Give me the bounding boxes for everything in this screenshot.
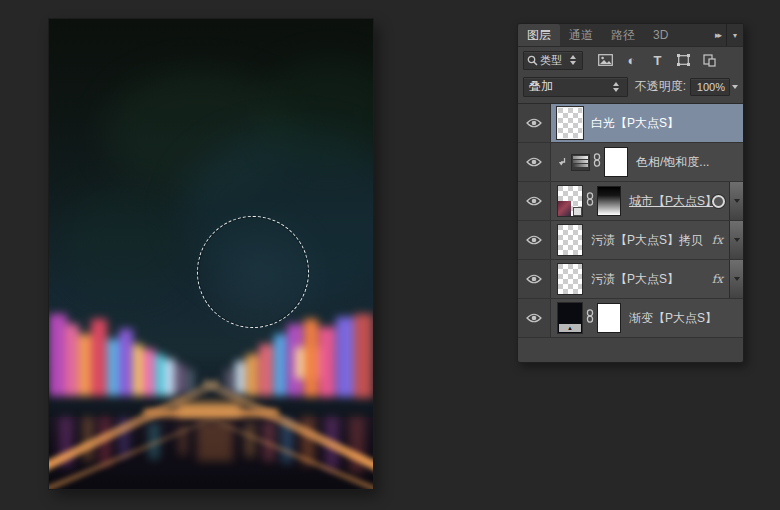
panel-tab-bar: 图层 通道 路径 3D ▸▸ ▾ [518,24,743,47]
opacity-dropdown-icon[interactable] [732,85,738,89]
blend-mode-spinner-icon [613,82,619,92]
shape-layer-filter-icon[interactable] [675,53,692,68]
collapse-panels-icon[interactable]: ▸▸ [709,24,726,46]
mask-link-icon[interactable] [586,309,594,327]
smart-filter-icon[interactable] [712,195,725,208]
layers-list: 白光【P大点S】 [518,103,743,362]
canal-water-art [49,417,373,489]
filter-kind-label: 类型 [540,53,562,68]
layer-filter-select[interactable]: 类型 [523,51,583,70]
layer-name[interactable]: 渐变【P大点S】 [629,310,717,327]
layer-thumbnail[interactable] [557,263,583,295]
eye-icon [526,118,542,128]
visibility-cell[interactable] [518,104,551,142]
mask-link-icon[interactable] [593,153,601,171]
tab-layers[interactable]: 图层 [518,24,560,46]
document-canvas[interactable] [49,19,373,489]
filter-type-icons: ◐ T [597,53,718,68]
layer-thumbnail[interactable] [557,107,583,139]
visibility-cell[interactable] [518,299,551,337]
opacity-label: 不透明度: [635,78,686,95]
layer-row-jianbian[interactable]: ▲ 渐变【P大点S】 [518,299,743,338]
layer-name[interactable]: 白光【P大点S】 [591,115,679,132]
type-layer-filter-icon[interactable]: T [649,53,666,68]
smart-object-badge-icon [573,207,582,216]
thumbnail-image [558,201,571,216]
eye-icon [526,274,542,284]
photoshop-window: 图层 通道 路径 3D ▸▸ ▾ 类型 ◐ T [0,0,780,510]
layer-effects-badge[interactable]: fx [712,272,723,286]
clipping-mask-icon [557,157,567,168]
layer-row-chengshi[interactable]: 城市【P大点S】 [518,182,743,221]
expand-effects-button[interactable] [729,182,743,220]
eye-icon [526,235,542,245]
layer-thumbnail[interactable] [557,224,583,256]
gradient-bar-icon: ▲ [559,324,581,332]
visibility-cell[interactable] [518,182,551,220]
visibility-cell[interactable] [518,260,551,298]
expand-effects-button[interactable] [729,221,743,259]
eye-icon [526,196,542,206]
visibility-cell[interactable] [518,143,551,181]
smart-object-filter-icon[interactable] [701,53,718,68]
blend-mode-select[interactable]: 叠加 [523,77,628,97]
layer-mask-thumbnail[interactable] [604,147,628,177]
blend-mode-value: 叠加 [529,78,553,95]
expand-effects-button[interactable] [729,260,743,298]
tab-channels[interactable]: 通道 [560,24,602,46]
search-icon [527,55,538,66]
smart-object-thumbnail[interactable] [557,185,583,217]
tab-3d[interactable]: 3D [644,24,677,46]
tab-paths[interactable]: 路径 [602,24,644,46]
opacity-input[interactable]: 100% [690,78,730,96]
layer-name[interactable]: 城市【P大点S】 [629,193,717,210]
layer-name[interactable]: 污渍【P大点S】拷贝 [591,232,703,249]
layer-name[interactable]: 色相/饱和度... [636,154,709,171]
hue-saturation-adjustment-icon[interactable] [571,154,590,171]
pixel-layer-filter-icon[interactable] [597,53,614,68]
layers-panel: 图层 通道 路径 3D ▸▸ ▾ 类型 ◐ T [517,23,744,363]
layer-effects-badge[interactable]: fx [712,233,723,247]
tab-spacer [677,24,709,46]
mask-link-icon[interactable] [586,192,594,210]
panel-menu-icon[interactable]: ▾ [726,24,743,46]
blend-opacity-row: 叠加 不透明度: 100% [518,73,743,99]
layer-name[interactable]: 污渍【P大点S】 [591,271,679,288]
layer-row-wuzi[interactable]: 污渍【P大点S】 fx [518,260,743,299]
eye-icon [526,313,542,323]
eye-icon [526,157,542,167]
filter-kind-spinner-icon [570,55,576,65]
layer-mask-thumbnail[interactable] [597,303,621,333]
layer-row-wuzi-copy[interactable]: 污渍【P大点S】拷贝 fx [518,221,743,260]
layer-row-baiguang[interactable]: 白光【P大点S】 [518,104,743,143]
gradient-mask-thumbnail[interactable] [597,186,621,216]
visibility-cell[interactable] [518,221,551,259]
layer-filter-row: 类型 ◐ T [518,47,743,73]
layer-row-hue-saturation[interactable]: 色相/饱和度... [518,143,743,182]
adjustment-layer-filter-icon[interactable]: ◐ [623,53,640,68]
gradient-fill-thumbnail[interactable]: ▲ [557,302,583,334]
selection-marquee [197,216,309,328]
